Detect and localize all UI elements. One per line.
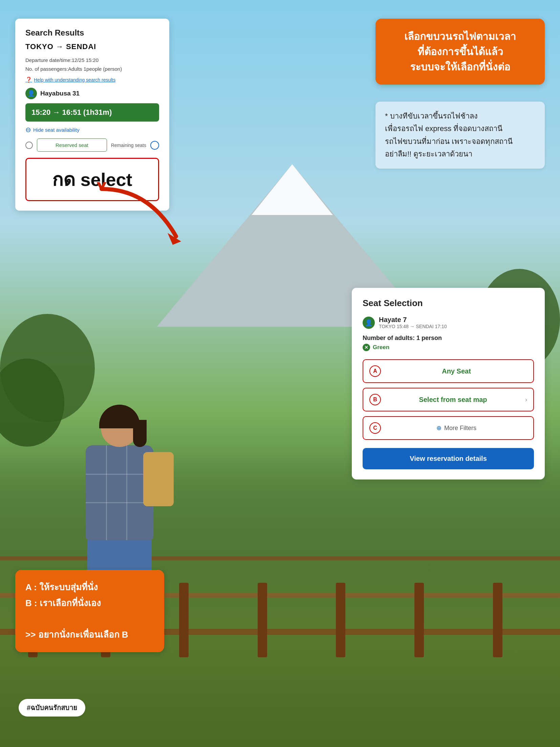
plus-icon: ⊕ — [436, 424, 441, 432]
option-a-label: Any Seat — [386, 367, 527, 375]
seat-train-route: TOKYO 15:48 → SENDAI 17:10 — [379, 324, 447, 329]
option-c-row[interactable]: C ⊕ More Filters — [363, 416, 534, 440]
departure-label: Departure date/time: — [25, 57, 72, 63]
hashtag: #ฉบับคนรักสบาย — [19, 699, 85, 717]
search-card: Search Results TOKYO → SENDAI Departure … — [15, 19, 169, 211]
seat-train-info: Hayate 7 TOKYO 15:48 → SENDAI 17:10 — [379, 316, 447, 329]
option-b-row[interactable]: B Select from seat map › — [363, 388, 534, 411]
option-b-circle: B — [369, 394, 381, 405]
info-box-text: * บางทีขับเวลาขึ้นรถไฟช้าลงเพื่อรอรถไฟ e… — [385, 112, 513, 158]
option-c-center: ⊕ More Filters — [386, 424, 527, 432]
option-a-row[interactable]: A Any Seat — [363, 359, 534, 383]
seat-train-name: Hayate 7 — [379, 316, 447, 324]
green-label: Green — [373, 344, 389, 351]
green-badge: ✕ Green — [363, 344, 534, 351]
departure-value: 12/25 15:20 — [72, 57, 99, 63]
search-card-title: Search Results — [25, 28, 159, 38]
help-text: Help with understanding search results — [34, 77, 115, 83]
option-c-circle: C — [369, 422, 381, 434]
reserved-seat-radio[interactable] — [25, 142, 33, 149]
callout-top-right: เลือกขบวนรถไฟตามเวลาที่ต้องการขึ้นได้แล้… — [375, 19, 545, 85]
remaining-circle — [150, 141, 159, 150]
train-name: Hayabusa 31 — [40, 90, 80, 97]
adults-line: Number of adults: 1 person — [363, 335, 534, 342]
remaining-label: Remaining seats — [111, 143, 146, 148]
red-arrow — [81, 182, 203, 257]
hide-seat-btn[interactable]: ⊖ Hide seat availability — [25, 126, 159, 134]
callout-top-right-text: เลือกขบวนรถไฟตามเวลาที่ต้องการขึ้นได้แล้… — [404, 31, 516, 72]
content-layer: Search Results TOKYO → SENDAI Departure … — [0, 0, 560, 747]
option-b-arrow-icon: › — [525, 396, 527, 403]
departure-info: Departure date/time:12/25 15:20 No. of p… — [25, 56, 159, 73]
view-reservation-label: View reservation details — [410, 455, 487, 462]
time-bar: 15:20 → 16:51 (1h31m) — [25, 103, 159, 122]
hashtag-text: #ฉบับคนรักสบาย — [27, 704, 77, 711]
passengers-label: No. of passengers: — [25, 66, 68, 72]
option-a-circle: A — [369, 365, 381, 377]
callout-bottom-left: A : ให้ระบบสุ่มที่นั่งB : เราเลือกที่นั่… — [15, 570, 164, 652]
hide-seat-label: Hide seat availability — [33, 127, 80, 133]
info-box: * บางทีขับเวลาขึ้นรถไฟช้าลงเพื่อรอรถไฟ e… — [375, 102, 545, 169]
help-link[interactable]: ❓ Help with understanding search results — [25, 77, 159, 83]
remaining-info: Remaining seats — [111, 143, 146, 148]
train-row: 👤 Hayabusa 31 — [25, 88, 159, 99]
seat-train-icon: 👤 — [363, 317, 375, 329]
train-icon: 👤 — [25, 88, 37, 99]
option-b-label: Select from seat map — [386, 396, 520, 404]
route-text: TOKYO → SENDAI — [25, 42, 159, 51]
seat-train-row: 👤 Hayate 7 TOKYO 15:48 → SENDAI 17:10 — [363, 316, 534, 329]
callout-bottom-left-text: A : ให้ระบบสุ่มที่นั่งB : เราเลือกที่นั่… — [25, 582, 128, 640]
green-x-icon: ✕ — [363, 344, 370, 351]
seat-row: Reserved seat Remaining seats — [25, 138, 159, 152]
seat-card-title: Seat Selection — [363, 298, 534, 308]
reserved-seat-btn[interactable]: Reserved seat — [37, 138, 107, 152]
option-c-label: More Filters — [444, 425, 476, 432]
seat-card: Seat Selection 👤 Hayate 7 TOKYO 15:48 → … — [352, 288, 545, 479]
passengers-value: Adults 1people (person) — [68, 66, 122, 72]
view-reservation-button[interactable]: View reservation details — [363, 448, 534, 469]
